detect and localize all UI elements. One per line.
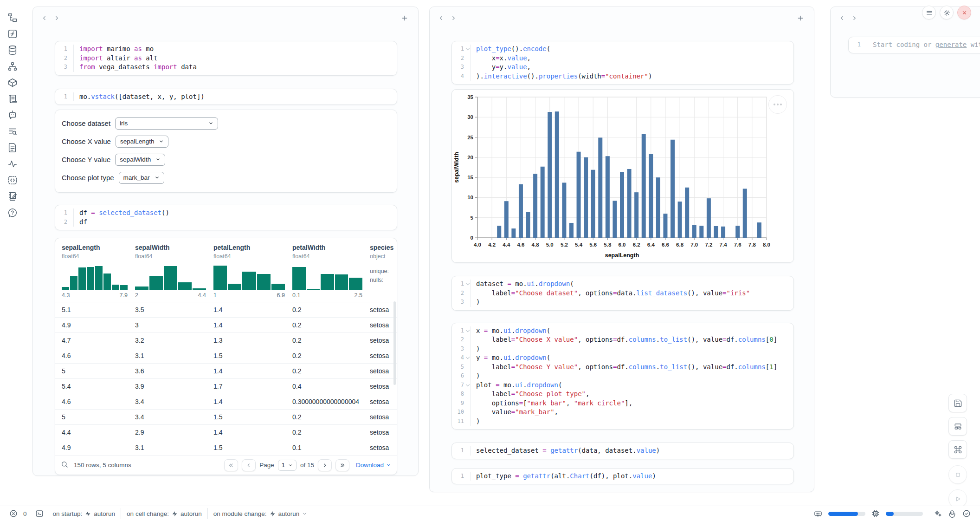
- snippets-file-icon[interactable]: [7, 143, 18, 153]
- zap-icon: [85, 511, 91, 517]
- search-icon[interactable]: [61, 461, 68, 469]
- control-row-choose-plot-type: Choose plot typemark_bar: [62, 171, 388, 184]
- last-page-button[interactable]: [335, 459, 349, 471]
- chart-actions-menu[interactable]: [768, 95, 787, 114]
- code-line: 8 label="Choose plot type",: [452, 390, 793, 399]
- column-middle-collapse-right-icon[interactable]: [447, 12, 459, 24]
- tracing-pulse-icon[interactable]: [7, 159, 18, 169]
- table-row: 4.63.41.40.30000000000000004setosa: [55, 394, 397, 410]
- column-histogram: [213, 264, 285, 290]
- svg-text:7.0: 7.0: [690, 242, 698, 247]
- choose-plot-type-select[interactable]: mark_bar: [119, 172, 164, 184]
- code-brackets-icon[interactable]: [7, 175, 18, 185]
- save-icon: [954, 399, 962, 408]
- choose-y-value-select[interactable]: sepalWidth: [115, 154, 165, 166]
- control-row-choose-x-value: Choose X valuesepalLength: [62, 135, 388, 148]
- svg-text:4.8: 4.8: [532, 242, 540, 247]
- next-page-button[interactable]: [318, 459, 332, 471]
- code-line: 2 label="Choose X value", options=df.col…: [452, 335, 793, 345]
- layout-toggle-button[interactable]: [948, 417, 967, 436]
- svg-text:4.6: 4.6: [517, 242, 524, 247]
- imports-code-cell[interactable]: 1import marimo as mo2import altair as al…: [55, 41, 397, 76]
- column-header-petalLength[interactable]: petalLengthfloat6416.9: [213, 244, 292, 302]
- code-line: 1plot_type().encode(: [452, 45, 793, 54]
- save-button[interactable]: [948, 394, 967, 412]
- on-cell-change-setting[interactable]: on cell change: autorun: [127, 510, 202, 517]
- run-button[interactable]: [948, 489, 967, 508]
- svg-text:5: 5: [471, 215, 474, 221]
- page-select[interactable]: 1: [278, 460, 297, 471]
- copilot-bot-icon[interactable]: [948, 509, 956, 518]
- column-header-petalWidth[interactable]: petalWidthfloat640.12.5: [292, 244, 370, 302]
- df-code-cell[interactable]: 1df = selected_dataset()2df: [55, 205, 397, 230]
- add-cell-button[interactable]: [794, 12, 806, 24]
- svg-text:5.2: 5.2: [561, 242, 568, 247]
- dataframe-table: sepalLengthfloat644.37.9sepalWidthfloat6…: [55, 238, 397, 475]
- errors-icon[interactable]: [9, 509, 18, 518]
- errors-count: 0: [23, 510, 27, 517]
- file-tree-icon[interactable]: [7, 13, 18, 23]
- chevron-down-icon: [208, 121, 213, 126]
- column-right-collapse-left-icon[interactable]: [836, 12, 848, 24]
- table-header-row: sepalLengthfloat644.37.9sepalWidthfloat6…: [55, 238, 397, 302]
- empty-code-cell[interactable]: 1Start coding or generate with AI: [848, 37, 980, 53]
- column-panel-left: 1import marimo as mo2import altair as al…: [32, 7, 419, 476]
- logs-search-icon[interactable]: [7, 126, 18, 137]
- package-cube-icon[interactable]: [7, 78, 18, 88]
- code-line: 1df = selected_dataset(): [55, 208, 397, 218]
- dataset-dropdown-code-cell[interactable]: 1dataset = mo.ui.dropdown(2 label="Choos…: [451, 276, 794, 311]
- choose-dataset-select[interactable]: iris: [115, 117, 218, 130]
- function-square-icon[interactable]: [7, 29, 18, 39]
- add-cell-button[interactable]: [399, 12, 411, 24]
- on-startup-setting[interactable]: on startup: autorun: [53, 510, 116, 517]
- resource-usage: [814, 509, 971, 518]
- gear-icon[interactable]: [940, 6, 954, 20]
- plot-type-code-cell[interactable]: 1plot_type = getattr(alt.Chart(df), plot…: [451, 468, 794, 485]
- table-row: 5.43.91.70.4setosa: [55, 379, 397, 394]
- column-header-sepalWidth[interactable]: sepalWidthfloat6424.4: [135, 244, 213, 302]
- download-link[interactable]: Download: [356, 462, 391, 469]
- terminal-icon[interactable]: [35, 509, 44, 518]
- stop-button[interactable]: [948, 465, 967, 484]
- prev-page-button[interactable]: [242, 459, 256, 471]
- chat-bot-icon[interactable]: [7, 110, 18, 120]
- code-line: 3): [452, 345, 793, 354]
- column-right-collapse-right-icon[interactable]: [848, 12, 860, 24]
- help-icon[interactable]: [7, 208, 18, 218]
- column-histogram: [62, 264, 128, 290]
- xy-plot-dropdowns-code-cell[interactable]: 1x = mo.ui.dropdown(2 label="Choose X va…: [451, 323, 794, 430]
- notebook-actions: [948, 394, 967, 512]
- menu-icon[interactable]: [922, 6, 936, 20]
- selected-dataset-code-cell[interactable]: 1selected_dataset = getattr(data, datase…: [451, 443, 794, 459]
- play-icon: [954, 495, 962, 503]
- choose-x-value-select[interactable]: sepalLength: [116, 136, 169, 148]
- table-row: 53.61.40.2setosa: [55, 364, 397, 379]
- column-left-collapse-right-icon[interactable]: [51, 12, 63, 24]
- marimo-notebook-app: 1import marimo as mo2import altair as al…: [0, 0, 980, 521]
- column-left-collapse-left-icon[interactable]: [39, 12, 51, 24]
- table-scrollbar[interactable]: [393, 301, 396, 385]
- svg-text:8.0: 8.0: [763, 242, 770, 247]
- on-module-change-setting[interactable]: on module change: autorun: [213, 510, 308, 517]
- svg-text:6.8: 6.8: [676, 242, 684, 247]
- column-header-species[interactable]: speciesobjectunique:nulls:: [370, 244, 397, 302]
- database-icon[interactable]: [7, 45, 18, 55]
- ai-sparkles-icon[interactable]: [934, 509, 942, 518]
- sepal-bar-chart[interactable]: 4.04.24.44.64.85.05.25.45.65.86.06.26.46…: [452, 91, 793, 261]
- svg-text:20: 20: [467, 155, 473, 160]
- column-middle-collapse-left-icon[interactable]: [435, 12, 447, 24]
- connection-status-icon[interactable]: [962, 509, 971, 518]
- vstack-code-cell[interactable]: 1mo.vstack([dataset, x, y, plot]): [55, 89, 397, 105]
- plot-code-cell[interactable]: 1plot_type().encode(2 x=x.value,3 y=y.va…: [451, 41, 794, 85]
- scratchpad-icon[interactable]: [7, 191, 18, 202]
- first-page-button[interactable]: [224, 459, 238, 471]
- svg-text:4.4: 4.4: [503, 242, 510, 247]
- keyboard-shortcuts-button[interactable]: [948, 440, 967, 459]
- close-icon[interactable]: [957, 6, 971, 20]
- column-panel-right: 1Start coding or generate with AI: [830, 7, 980, 98]
- code-line: 2 x=x.value,: [452, 54, 793, 63]
- script-scroll-icon[interactable]: [7, 94, 18, 104]
- dependency-graph-icon[interactable]: [7, 61, 18, 72]
- column-header-sepalLength[interactable]: sepalLengthfloat644.37.9: [62, 244, 135, 302]
- chevron-down-icon: [155, 157, 161, 162]
